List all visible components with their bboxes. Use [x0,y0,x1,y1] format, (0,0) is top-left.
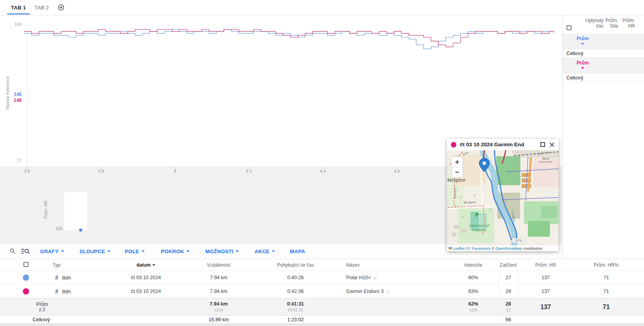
menu-mapa[interactable]: MAPA [290,244,305,259]
runner-icon [54,275,60,281]
sort-desc-icon [152,264,155,266]
chevron-down-icon [186,250,190,252]
maximize-button[interactable] [540,142,545,147]
activity-name: Garmin Enduro 3 [346,289,390,294]
menu-pole[interactable]: POLE [125,244,145,259]
avg-moving-time: 0:41:31±0:01:31 [287,302,304,313]
map-label-klavce: K Lávce [464,200,476,204]
zoom-out-button[interactable]: − [452,167,463,177]
col-nazev[interactable]: Název [346,262,360,268]
col-intenzita[interactable]: Intenzita [464,262,482,268]
mini-chart-tick: 136 [50,226,62,231]
sidebar-avg-label: Prům [572,60,594,66]
tracestrack-link[interactable]: Tracestrack [471,246,491,250]
edit-pencil-icon[interactable] [373,276,378,280]
sidebar-total-label: Celkový [566,75,583,81]
runner-icon [54,289,60,295]
x-tick-label: 3.6 [19,169,35,173]
chevron-down-icon [61,250,64,252]
activity-color-dot [23,274,29,281]
table-row[interactable]: Běh čt 03 10 2024 7.94 km 0:42:36 Garmin… [0,284,644,298]
avg-load: 28±1 [506,302,511,313]
activity-moving-time: 0:42:36 [287,289,304,294]
map-canvas: Herspice Kšírova K Lávce šina Kšírovka G… [447,150,559,251]
map-attribution: Leaflet | © Tracestrack © OpenStreetMap … [447,245,559,251]
select-all-checkbox[interactable] [24,262,29,268]
activity-avg-hr-pct: 71 [603,289,609,294]
activity-type: Běh [54,289,71,295]
col-cas[interactable]: Pohybující se čas [277,262,314,268]
col-prum-hr[interactable]: Prům. HR [535,262,556,268]
activity-moving-time: 0:40:26 [287,275,304,280]
x-tick-label: 4.6 [389,169,405,173]
contributors-text: contributors [523,246,543,250]
sidebar-header-elapsed: Uplynulýčas [585,18,603,29]
menu-grafy[interactable]: GRAFY [40,244,64,259]
filter-search-icon[interactable] [21,248,30,256]
avg-row-label: Prům z 2 [36,302,48,312]
col-zatizeni[interactable]: Zatížení [500,262,517,268]
activities-table: Typ datum Vzdálenost Pohybující se čas N… [0,259,644,326]
avg-distance: 7.94 km±3 m [210,302,228,313]
map-popup-header[interactable]: čt 03 10 2024 Garmin End [447,139,559,150]
activity-date: čt 03 10 2024 [131,289,161,294]
mini-scatter-plot[interactable] [64,191,88,230]
avg-intensity: 62%±1% [468,302,478,313]
activity-load: 27 [506,275,511,280]
activity-avg-hr-pct: 71 [603,275,609,280]
tab-1[interactable]: TAB 1 [7,0,30,15]
activity-distance: 7.94 km [210,275,227,280]
total-row-label: Celkový [33,317,50,322]
chevron-down-icon [581,67,584,69]
chevron-down-icon [581,43,584,45]
plus-circle-icon [57,4,65,11]
menu-sloupce[interactable]: SLOUPCE [79,244,111,259]
col-vzdalenost[interactable]: Vzdálenost [207,262,230,268]
osm-link[interactable]: OpenStreetMap [495,246,522,250]
sidebar-select-all-checkbox[interactable] [566,25,572,30]
add-tab-button[interactable] [57,4,65,11]
activity-date: čt 03 10 2024 [131,275,161,280]
avg-hr-pct: 71 [603,304,610,311]
map-label-plot-number: 15278 [514,239,522,242]
close-icon [549,142,555,147]
col-prum-hr-pct[interactable]: Prům. HR% [594,262,618,268]
chevron-down-icon [107,250,111,252]
close-button[interactable] [549,142,555,147]
leaflet-link[interactable]: Leaflet [453,246,465,250]
menu-pokrok[interactable]: POKROK [161,244,190,259]
x-tick-label: 4 [167,169,183,173]
maximize-icon [540,142,545,147]
mini-scatter-point[interactable] [79,228,82,232]
chevron-down-icon [142,250,145,252]
bottom-strip [0,324,644,326]
zoom-in-button[interactable]: + [452,157,463,167]
table-average-row: Prům z 2 7.94 km±3 m 0:41:31±0:01:31 62%… [0,298,644,315]
tab-2[interactable]: TAB 2 [33,0,50,15]
sidebar-total-row-blue[interactable]: Celkový [563,49,644,58]
activity-load: 29 [506,289,511,294]
activity-color-dot [451,142,456,147]
map-label-golf-2: Academy [472,228,486,232]
menu-moznosti[interactable]: MOŽNOSTI [205,244,239,259]
table-row[interactable]: Běh čt 03 10 2024 7.94 km 0:40:26 Polar … [0,271,644,284]
table-total-row: Celkový 15.89 km 1:23:02 56 [0,315,644,324]
sidebar-header-hr: Prům.HR [622,18,635,29]
sidebar-avg-row-pink[interactable]: Prům [563,58,644,74]
summary-sidebar: Uplynulýčas Prům.Síla Prům.HR Prům Celko… [562,15,644,259]
menu-akce[interactable]: AKCE [255,244,275,259]
map-popup-title: čt 03 10 2024 Garmin End [460,142,536,147]
search-icon[interactable] [9,248,16,256]
sidebar-avg-row-blue[interactable]: Prům [563,33,644,49]
edit-pencil-icon[interactable] [386,289,390,294]
col-typ[interactable]: Typ [53,262,60,268]
col-datum-sort[interactable]: datum [137,262,155,268]
activity-color-dot [23,288,29,295]
x-tick-label: 4.4 [315,169,331,173]
sidebar-avg-label: Prům [572,36,594,41]
chevron-down-icon [236,250,239,252]
activity-intensity: 60% [468,275,478,280]
tab-bar: TAB 1 TAB 2 [0,0,644,15]
leaflet-map[interactable]: Herspice Kšírova K Lávce šina Kšírovka G… [447,150,559,251]
sidebar-total-row-pink[interactable]: Celkový [563,74,644,82]
